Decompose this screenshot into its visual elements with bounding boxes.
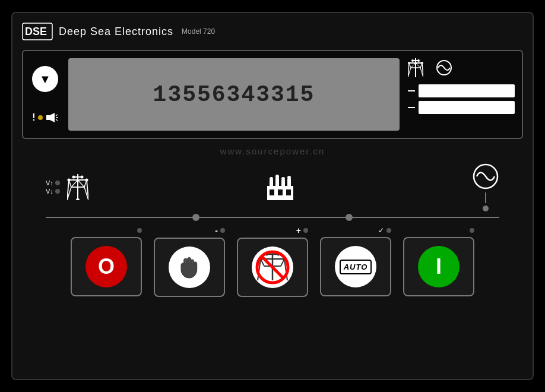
svg-point-36 xyxy=(80,176,83,179)
stop-indicators: - xyxy=(154,226,225,235)
stop-led xyxy=(220,228,225,233)
svg-point-46 xyxy=(275,175,279,178)
svg-rect-50 xyxy=(278,189,283,195)
v-labels: V↑ V↓ xyxy=(46,179,60,195)
gridoff-circle xyxy=(252,246,293,288)
conn-line-center xyxy=(199,217,346,218)
brand-name: Deep Sea Electronics xyxy=(59,26,173,38)
svg-marker-2 xyxy=(46,113,55,122)
svg-point-18 xyxy=(411,59,414,62)
on-led xyxy=(470,228,474,233)
off-button[interactable]: O xyxy=(71,237,142,296)
svg-rect-51 xyxy=(286,189,291,195)
conn-line-left xyxy=(46,217,192,218)
auto-indicators: ✓ xyxy=(320,226,391,235)
horn-icon xyxy=(45,112,58,123)
bar-row-2 xyxy=(408,101,515,114)
sine-wave-icon-top xyxy=(435,60,453,75)
bar-row-1 xyxy=(408,84,515,97)
auto-label-box: AUTO xyxy=(340,260,372,274)
power-tower-large-left xyxy=(67,174,88,200)
conn-dot-1 xyxy=(192,214,199,221)
auto-circle: AUTO xyxy=(335,246,376,287)
left-diag-group: V↑ V↓ xyxy=(46,174,88,200)
off-button-unit: O xyxy=(71,226,142,296)
top-section: ! 13556343315 xyxy=(22,50,523,139)
stop-button[interactable] xyxy=(154,238,225,297)
left-indicators: ! xyxy=(30,58,60,131)
v-up-label: V↑ xyxy=(46,179,60,186)
svg-point-19 xyxy=(417,59,420,62)
svg-point-47 xyxy=(281,177,285,181)
checkmark-label: ✓ xyxy=(378,226,384,235)
off-circle: O xyxy=(85,246,127,287)
bar-line-2 xyxy=(408,107,415,108)
on-button[interactable]: I xyxy=(403,237,474,296)
lcd-display: 13556343315 xyxy=(68,58,400,131)
off-indicators xyxy=(71,226,142,235)
gridoff-indicators: + xyxy=(237,226,308,235)
svg-line-3 xyxy=(56,115,58,116)
lcd-number: 13556343315 xyxy=(153,82,315,108)
svg-rect-43 xyxy=(281,180,285,187)
diagram-row: V↑ V↓ xyxy=(22,163,523,211)
conn-line-right xyxy=(353,217,499,218)
auto-button[interactable]: AUTO xyxy=(320,237,391,296)
bar-indicator-1 xyxy=(419,84,515,97)
minus-label: - xyxy=(215,226,218,235)
factory-icon xyxy=(265,174,296,200)
svg-point-35 xyxy=(72,176,75,179)
auto-button-unit: ✓ AUTO xyxy=(320,226,391,296)
conn-dot-2 xyxy=(346,214,353,221)
auto-text: AUTO xyxy=(344,263,368,271)
on-button-unit: I xyxy=(403,226,474,296)
down-arrow-button[interactable] xyxy=(32,66,58,92)
svg-point-37 xyxy=(67,179,70,182)
main-panel: DSE Deep Sea Electronics Model 720 ! xyxy=(11,12,534,380)
v-down-led xyxy=(55,189,60,194)
svg-line-15 xyxy=(411,63,416,68)
gridoff-button-unit: + xyxy=(237,226,308,297)
gridoff-led xyxy=(303,228,308,233)
bottom-section: O - xyxy=(22,226,523,297)
right-diag-group xyxy=(472,163,499,211)
svg-rect-44 xyxy=(287,179,291,187)
svg-line-5 xyxy=(56,119,58,121)
svg-rect-41 xyxy=(270,180,273,187)
svg-point-45 xyxy=(270,177,273,181)
v-down-label: V↓ xyxy=(46,188,60,195)
svg-rect-42 xyxy=(275,178,279,187)
svg-point-20 xyxy=(408,62,410,64)
middle-section: www.sourcepower.cn V↑ V↓ xyxy=(22,145,523,216)
warning-led xyxy=(38,115,43,120)
sine-wave-large xyxy=(472,163,499,190)
exclamation-icon: ! xyxy=(32,112,35,123)
on-circle: I xyxy=(418,246,460,287)
on-indicators xyxy=(403,226,474,235)
header: DSE Deep Sea Electronics Model 720 xyxy=(22,23,523,44)
svg-text:DSE: DSE xyxy=(25,26,47,37)
gridoff-button[interactable] xyxy=(237,238,308,297)
plus-label: + xyxy=(296,226,301,235)
svg-point-38 xyxy=(85,179,88,182)
off-led xyxy=(137,228,142,233)
svg-line-32 xyxy=(71,180,78,187)
hand-icon xyxy=(178,255,201,279)
warning-icons: ! xyxy=(32,112,58,123)
svg-line-33 xyxy=(78,180,84,187)
model-label: Model 720 xyxy=(182,27,215,36)
connector-row xyxy=(22,214,523,221)
right-vert-line xyxy=(485,192,486,203)
v-up-led xyxy=(55,181,60,185)
svg-line-16 xyxy=(416,63,420,68)
bar-indicator-2 xyxy=(419,101,515,114)
svg-point-39 xyxy=(76,198,80,200)
right-vert-dot xyxy=(483,206,489,211)
svg-point-21 xyxy=(421,62,423,64)
stop-circle xyxy=(169,246,210,288)
power-tower-icon-top xyxy=(408,58,423,77)
watermark-url: www.sourcepower.cn xyxy=(220,146,325,156)
svg-point-48 xyxy=(287,176,291,179)
bar-line-1 xyxy=(408,90,415,91)
top-icons-row xyxy=(408,58,515,81)
